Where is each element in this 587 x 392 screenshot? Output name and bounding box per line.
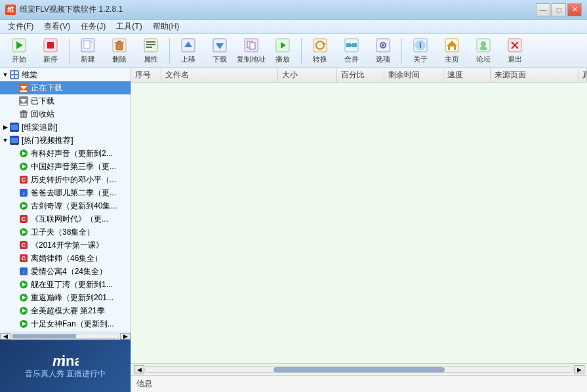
sidebar-item-v14[interactable]: 十足女神Fan（更新到... <box>0 317 131 330</box>
minimize-button[interactable]: — <box>536 3 550 16</box>
start-icon <box>11 37 27 53</box>
sidebar-item-v6[interactable]: C 《互联网时代》（更... <box>0 212 131 225</box>
sidebar-item-v12[interactable]: 重返巅峰（更新到201... <box>0 291 131 304</box>
merge-button[interactable]: 合并 <box>336 37 367 66</box>
forum-icon <box>476 37 491 53</box>
menu-help[interactable]: 帮助(H) <box>148 20 185 33</box>
sidebar-item-v7[interactable]: 卫子夫（38集全） <box>0 225 131 239</box>
exit-label: 退出 <box>508 54 522 64</box>
sidebar-item-hot[interactable]: ▼ [热门视频推荐] <box>0 134 131 147</box>
sidebar-item-downloaded[interactable]: 已下载 <box>0 94 131 108</box>
sidebar-item-v10[interactable]: ♪ 爱情公寓4（24集全） <box>0 265 131 278</box>
start-button[interactable]: 开始 <box>4 37 34 66</box>
sidebar-item-chase[interactable]: ▶ [维棠追剧] <box>0 121 131 134</box>
v12-label: 重返巅峰（更新到201... <box>31 292 113 304</box>
trash-arrow <box>12 110 18 118</box>
menu-view[interactable]: 查看(V) <box>39 20 75 33</box>
svg-rect-22 <box>250 43 255 49</box>
sidebar-item-v3[interactable]: C 历史转折中的邓小平（... <box>0 173 131 186</box>
sidebar-item-v5[interactable]: 古剑奇谭（更新到40集... <box>0 199 131 212</box>
start-label: 开始 <box>12 54 26 64</box>
hscroll-thumb <box>273 367 445 372</box>
copy-button[interactable]: 复制地址 <box>236 37 266 66</box>
v8-icon: C <box>18 240 29 250</box>
trash-icon <box>18 109 29 119</box>
v4-icon: ♪ <box>18 187 29 198</box>
sidebar-item-v2[interactable]: 中国好声音第三季（更... <box>0 160 131 173</box>
v12-icon <box>18 292 29 303</box>
sidebar-item-v13[interactable]: 全美超模大赛 第21季 <box>0 304 131 317</box>
svg-rect-50 <box>15 75 18 78</box>
svg-rect-63 <box>10 125 18 130</box>
sidebar-hscroll-right[interactable]: ▶ <box>120 333 131 340</box>
hot-label: [热门视频推荐] <box>22 135 73 146</box>
close-button[interactable]: ✕ <box>567 3 582 16</box>
exit-button[interactable]: 退出 <box>500 37 530 66</box>
svg-text:♪: ♪ <box>22 269 25 275</box>
svg-rect-14 <box>146 44 155 45</box>
svg-rect-28 <box>346 43 351 47</box>
banner-text: 音乐真人秀 直播进行中 <box>25 368 106 380</box>
home-button[interactable]: 主页 <box>437 37 467 66</box>
sidebar-item-v4[interactable]: ♪ 爸爸去哪儿第二季（更... <box>0 186 131 199</box>
sidebar-item-v8[interactable]: C 《2014开学第一课》 <box>0 239 131 252</box>
svg-rect-15 <box>146 47 152 48</box>
new-label: 新建 <box>81 54 95 64</box>
home-label: 主页 <box>445 54 459 64</box>
sidebar-hscroll[interactable]: ◀ ▶ <box>0 332 131 340</box>
svg-rect-67 <box>10 138 18 143</box>
delete-button[interactable]: 删除 <box>104 37 134 66</box>
sidebar-item-trash[interactable]: 回收站 <box>0 108 131 121</box>
properties-icon <box>143 37 159 53</box>
app-icon: 维 <box>5 5 16 15</box>
v4-label: 爸爸去哪儿第二季（更... <box>31 187 116 199</box>
table-hscroll[interactable]: ◀ ▶ <box>131 363 587 375</box>
v3-label: 历史转折中的邓小平（... <box>31 174 116 186</box>
new-button[interactable]: 新建 <box>73 37 103 66</box>
info-label: 信息 <box>136 378 189 389</box>
sidebar-item-root[interactable]: ▼ 维棠 <box>0 68 131 81</box>
v2-label: 中国好声音第三季（更... <box>31 161 116 172</box>
delete-icon <box>111 37 127 53</box>
toolbar-separator-1 <box>69 38 70 64</box>
svg-rect-39 <box>450 47 454 50</box>
down-button[interactable]: 下载 <box>205 37 235 66</box>
window-controls[interactable]: — □ ✕ <box>536 3 582 16</box>
sidebar-tree[interactable]: ▼ 维棠 <box>0 68 131 332</box>
maximize-button[interactable]: □ <box>552 3 566 16</box>
new-icon <box>80 37 96 53</box>
svg-rect-10 <box>115 42 124 43</box>
sidebar-item-v1[interactable]: 有科好声音（更新到2... <box>0 147 131 160</box>
v7-label: 卫子夫（38集全） <box>31 227 94 238</box>
svg-rect-29 <box>352 43 357 47</box>
options-button[interactable]: 选项 <box>368 37 398 66</box>
v8-label: 《2014开学第一课》 <box>31 240 104 251</box>
sidebar-item-v9[interactable]: C 离婚律师（46集全） <box>0 252 131 265</box>
menu-bar: 文件(F) 查看(V) 任务(J) 工具(T) 帮助(H) <box>0 20 587 34</box>
forum-button[interactable]: 论坛 <box>468 37 498 66</box>
play-button[interactable]: 播放 <box>268 37 298 66</box>
sidebar-item-v11[interactable]: 舰在亚丁湾（更新到1... <box>0 278 131 291</box>
exit-icon <box>507 37 523 53</box>
sidebar-scroll: ▼ 维棠 <box>0 68 131 332</box>
hscroll-right-btn[interactable]: ▶ <box>574 365 584 374</box>
root-icon <box>9 69 20 80</box>
sidebar-item-downloading[interactable]: 正在下载 <box>0 81 131 94</box>
copy-label: 复制地址 <box>237 54 266 64</box>
stop-label: 新停 <box>43 54 58 64</box>
forum-label: 论坛 <box>476 54 491 64</box>
convert-button[interactable]: 转换 <box>305 37 335 66</box>
sidebar-hscroll-left[interactable]: ◀ <box>0 333 10 340</box>
menu-tools[interactable]: 工具(T) <box>111 20 147 33</box>
up-button[interactable]: 上移 <box>173 37 203 66</box>
about-button[interactable]: i 关于 <box>405 37 435 66</box>
about-icon: i <box>413 37 428 53</box>
v7-icon <box>18 227 29 237</box>
properties-button[interactable]: 属性 <box>136 37 166 66</box>
menu-task[interactable]: 任务(J) <box>75 20 111 33</box>
svg-rect-13 <box>146 41 155 43</box>
menu-file[interactable]: 文件(F) <box>3 20 39 33</box>
hscroll-left-btn[interactable]: ◀ <box>134 365 144 374</box>
stop-button[interactable]: 新停 <box>35 37 66 66</box>
table-header: 序号 文件名 大小 百分比 剩余时间 速度 来源页面 真... <box>131 68 587 83</box>
